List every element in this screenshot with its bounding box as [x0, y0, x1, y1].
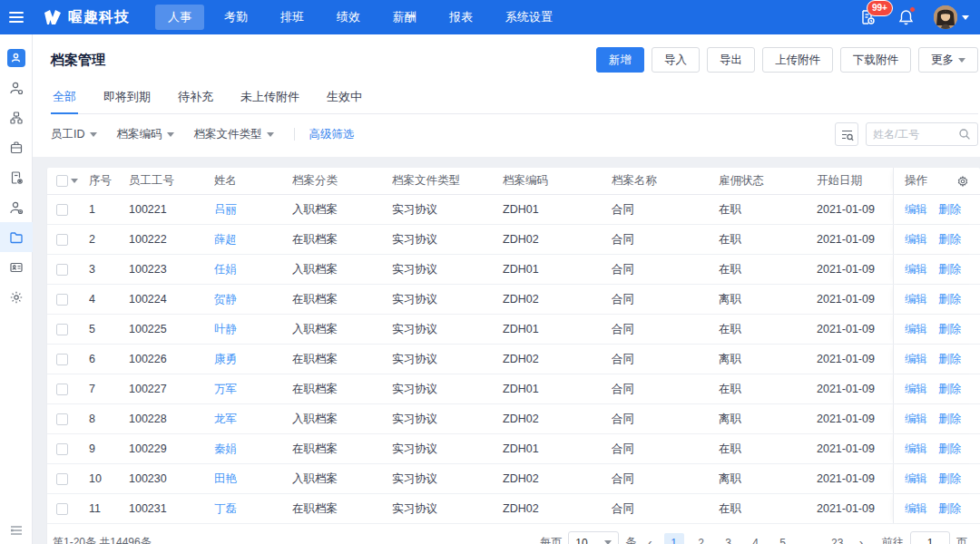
- sidebar-item-settings[interactable]: [0, 282, 33, 312]
- row-checkbox[interactable]: [56, 234, 68, 246]
- page-number-button[interactable]: 23: [828, 533, 848, 544]
- tab-to-complete[interactable]: 待补充: [176, 83, 215, 113]
- sidebar-item-person-settings[interactable]: [0, 192, 33, 222]
- nav-item-attendance[interactable]: 考勤: [211, 5, 260, 30]
- cell-name-link[interactable]: 薛超: [214, 232, 292, 248]
- notification-bell-icon[interactable]: [896, 7, 916, 27]
- edit-link[interactable]: 编辑: [905, 442, 927, 457]
- task-document-icon[interactable]: 99+: [858, 7, 877, 27]
- row-checkbox[interactable]: [56, 473, 68, 485]
- tab-no-attachment[interactable]: 未上传附件: [239, 83, 301, 113]
- import-button[interactable]: 导入: [652, 47, 700, 73]
- cell-name-link[interactable]: 丁磊: [214, 501, 292, 517]
- edit-link[interactable]: 编辑: [905, 501, 927, 517]
- nav-item-hr[interactable]: 人事: [155, 5, 204, 30]
- delete-link[interactable]: 删除: [938, 501, 961, 517]
- delete-link[interactable]: 删除: [938, 262, 961, 277]
- user-menu[interactable]: [934, 5, 969, 29]
- collapse-list-icon[interactable]: [0, 524, 33, 537]
- sidebar-item-document-settings[interactable]: [0, 162, 33, 192]
- download-attachment-button[interactable]: 下载附件: [840, 47, 911, 73]
- delete-link[interactable]: 删除: [938, 442, 961, 457]
- row-checkbox[interactable]: [56, 354, 68, 365]
- edit-link[interactable]: 编辑: [905, 382, 927, 397]
- delete-link[interactable]: 删除: [938, 202, 961, 218]
- delete-link[interactable]: 删除: [938, 382, 961, 397]
- cell-name-link[interactable]: 康勇: [214, 352, 292, 367]
- more-button[interactable]: 更多: [918, 47, 978, 73]
- hamburger-menu-icon[interactable]: [0, 9, 33, 25]
- column-settings-gear-icon[interactable]: [956, 175, 969, 188]
- advanced-filter-link[interactable]: 高级筛选: [309, 127, 355, 142]
- edit-link[interactable]: 编辑: [905, 352, 927, 367]
- delete-link[interactable]: 删除: [938, 352, 961, 367]
- advanced-search-icon[interactable]: [835, 122, 858, 146]
- cell-name-link[interactable]: 龙军: [214, 412, 292, 427]
- row-checkbox[interactable]: [56, 324, 68, 335]
- goto-page-input[interactable]: [910, 531, 950, 544]
- page-number-button[interactable]: 1: [664, 533, 684, 544]
- cell-index: 8: [89, 413, 129, 425]
- nav-item-scheduling[interactable]: 排班: [268, 5, 317, 30]
- upload-attachment-button[interactable]: 上传附件: [762, 47, 833, 73]
- row-checkbox[interactable]: [56, 443, 68, 455]
- edit-link[interactable]: 编辑: [905, 232, 927, 248]
- cell-name-link[interactable]: 吕丽: [214, 202, 292, 218]
- delete-link[interactable]: 删除: [938, 471, 961, 487]
- select-all-checkbox[interactable]: [56, 175, 68, 187]
- add-button[interactable]: 新增: [596, 47, 644, 73]
- delete-link[interactable]: 删除: [938, 292, 961, 307]
- delete-link[interactable]: 删除: [938, 412, 961, 427]
- row-checkbox[interactable]: [56, 384, 68, 395]
- sidebar-item-id-card[interactable]: [0, 252, 33, 282]
- edit-link[interactable]: 编辑: [905, 322, 927, 337]
- brand[interactable]: 喔趣科技: [44, 8, 130, 27]
- edit-link[interactable]: 编辑: [905, 412, 927, 427]
- next-page-button[interactable]: ›: [854, 536, 868, 544]
- nav-item-payroll[interactable]: 薪酬: [380, 5, 429, 30]
- edit-link[interactable]: 编辑: [905, 262, 927, 277]
- filter-employee-id[interactable]: 员工ID: [51, 127, 97, 142]
- sidebar-item-archives[interactable]: [0, 222, 33, 252]
- sidebar-item-org-structure[interactable]: [0, 102, 33, 132]
- selection-dropdown-icon[interactable]: [71, 179, 78, 183]
- search-input[interactable]: [873, 128, 958, 141]
- row-checkbox[interactable]: [56, 294, 68, 306]
- cell-archive-code: ZDH02: [503, 353, 612, 365]
- cell-name-link[interactable]: 秦娟: [214, 442, 292, 457]
- tab-expiring-soon[interactable]: 即将到期: [102, 83, 152, 113]
- row-checkbox[interactable]: [56, 413, 68, 425]
- edit-link[interactable]: 编辑: [905, 202, 927, 218]
- cell-name-link[interactable]: 万军: [214, 382, 292, 397]
- cell-name-link[interactable]: 田艳: [214, 471, 292, 487]
- tab-effective[interactable]: 生效中: [325, 83, 364, 113]
- search-icon[interactable]: [958, 128, 971, 141]
- filter-archive-code[interactable]: 档案编码: [117, 127, 174, 142]
- export-button[interactable]: 导出: [707, 47, 755, 73]
- page-number-button[interactable]: 5: [773, 533, 793, 544]
- sidebar-item-person-search[interactable]: [0, 73, 33, 102]
- row-checkbox[interactable]: [56, 503, 68, 515]
- row-checkbox[interactable]: [56, 264, 68, 276]
- edit-link[interactable]: 编辑: [905, 292, 927, 307]
- page-number-button[interactable]: 3: [719, 533, 739, 544]
- delete-link[interactable]: 删除: [938, 322, 961, 337]
- cell-start-date: 2021-01-09: [817, 353, 893, 365]
- page-number-button[interactable]: 4: [746, 533, 766, 544]
- prev-page-button[interactable]: ‹: [642, 536, 657, 544]
- edit-link[interactable]: 编辑: [905, 471, 927, 487]
- nav-item-reports[interactable]: 报表: [436, 5, 485, 30]
- sidebar-item-briefcase[interactable]: [0, 132, 33, 162]
- row-checkbox[interactable]: [56, 204, 68, 216]
- filter-archive-file-type[interactable]: 档案文件类型: [194, 127, 274, 142]
- cell-name-link[interactable]: 贺静: [214, 292, 292, 307]
- cell-name-link[interactable]: 任娟: [214, 262, 292, 277]
- nav-item-system-settings[interactable]: 系统设置: [493, 5, 565, 30]
- per-page-select[interactable]: 10: [568, 531, 619, 544]
- tab-all[interactable]: 全部: [51, 83, 78, 113]
- cell-name-link[interactable]: 叶静: [214, 322, 292, 337]
- page-number-button[interactable]: 2: [691, 533, 711, 544]
- delete-link[interactable]: 删除: [938, 232, 961, 248]
- sidebar-item-employee-roster[interactable]: [0, 43, 33, 73]
- nav-item-performance[interactable]: 绩效: [324, 5, 373, 30]
